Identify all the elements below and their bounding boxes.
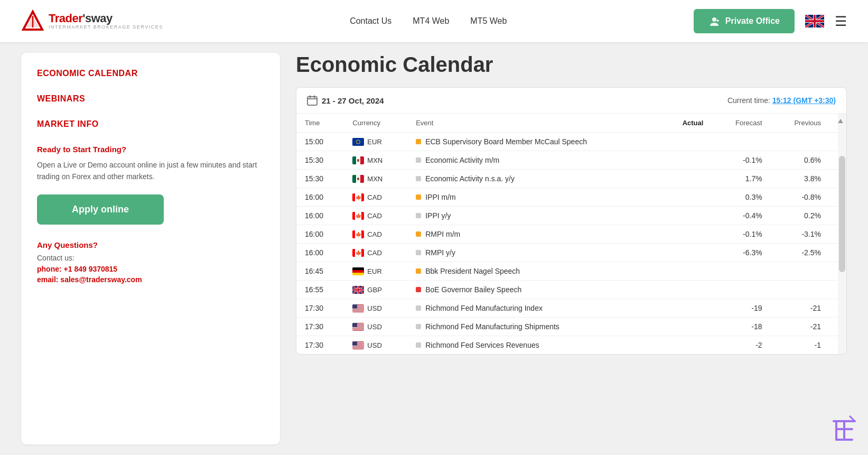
event-actual xyxy=(661,170,712,188)
event-time: 16:00 xyxy=(296,225,344,244)
current-time-label: Current time: xyxy=(727,96,770,105)
svg-rect-24 xyxy=(352,175,356,183)
event-name: Economic Activity n.s.a. y/y xyxy=(425,174,515,183)
nav-mt5-web[interactable]: MT5 Web xyxy=(470,16,507,26)
event-actual xyxy=(661,225,712,244)
event-currency: USD xyxy=(344,318,407,336)
date-range-text: 21 - 27 Oct, 2024 xyxy=(322,96,384,105)
sidebar: ECONOMIC CALENDAR WEBINARS MARKET INFO R… xyxy=(21,53,280,444)
table-row: 15:30 MXN Economic Activity n.s.a. y/y 1… xyxy=(296,170,846,188)
svg-rect-37 xyxy=(361,230,364,238)
contact-us-label: Contact us: xyxy=(37,254,264,262)
event-currency: GBP xyxy=(344,281,407,299)
svg-rect-27 xyxy=(357,178,359,180)
event-forecast: -0.1% xyxy=(712,225,770,244)
event-time: 16:55 xyxy=(296,281,344,299)
currency-flag: 🍁 xyxy=(352,230,364,238)
event-previous: -3.1% xyxy=(771,225,829,244)
currency-flag: 🍁 xyxy=(352,212,364,220)
currency-code: CAD xyxy=(367,212,381,220)
calendar-table-container: Time Currency Event Actual Forecast Prev… xyxy=(296,114,846,354)
event-time: 17:30 xyxy=(296,318,344,336)
nav-contact-us[interactable]: Contact Us xyxy=(350,16,391,26)
col-currency: Currency xyxy=(344,114,407,133)
table-row: 16:00 🍁 CAD RMPI y/y -6.3% -2.5% xyxy=(296,244,846,262)
svg-text:🍁: 🍁 xyxy=(356,231,362,238)
event-time: 16:00 xyxy=(296,207,344,225)
event-currency: 🍁 CAD xyxy=(344,225,407,244)
event-actual xyxy=(661,188,712,207)
currency-code: USD xyxy=(367,341,381,349)
date-range: 21 - 27 Oct, 2024 xyxy=(307,95,384,106)
svg-point-9 xyxy=(359,140,360,141)
event-forecast: 0.3% xyxy=(712,188,770,207)
priority-dot xyxy=(416,231,421,237)
priority-dot xyxy=(416,305,421,311)
svg-point-10 xyxy=(360,141,361,142)
event-time: 17:30 xyxy=(296,336,344,355)
hamburger-menu[interactable]: ☰ xyxy=(835,14,847,28)
event-forecast: -0.1% xyxy=(712,151,770,170)
event-forecast: -19 xyxy=(712,299,770,318)
svg-rect-20 xyxy=(352,156,356,164)
table-header-row: Time Currency Event Actual Forecast Prev… xyxy=(296,114,846,133)
scroll-arrow-up[interactable] xyxy=(838,119,843,123)
contact-phone: phone: +1 849 9370815 xyxy=(37,265,264,273)
contact-email: email: sales@tradersway.com xyxy=(37,275,264,284)
private-office-button[interactable]: Private Office xyxy=(694,9,795,33)
currency-code: CAD xyxy=(367,249,381,257)
priority-dot xyxy=(416,157,421,163)
table-row: 16:55 GBP BoE Governor Bailey Speech xyxy=(296,281,846,299)
event-previous: 0.2% xyxy=(771,207,829,225)
event-time: 15:30 xyxy=(296,170,344,188)
currency-flag xyxy=(352,267,364,275)
currency-flag xyxy=(352,341,364,349)
sidebar-item-economic-calendar[interactable]: ECONOMIC CALENDAR xyxy=(37,69,264,78)
email-address[interactable]: sales@tradersway.com xyxy=(60,275,142,284)
event-actual xyxy=(661,262,712,281)
svg-rect-70 xyxy=(352,348,364,348)
currency-code: MXN xyxy=(367,156,382,164)
table-row: 16:00 🍁 CAD IPPI m/m 0.3% -0.8% xyxy=(296,188,846,207)
language-flag[interactable] xyxy=(805,15,824,27)
sidebar-item-market-info[interactable]: MARKET INFO xyxy=(37,119,264,129)
scroll-thumb[interactable] xyxy=(839,156,845,272)
svg-rect-53 xyxy=(352,310,364,310)
ready-text: Open a Live or Demo account online in ju… xyxy=(37,159,264,183)
event-time: 16:45 xyxy=(296,262,344,281)
event-previous: -1 xyxy=(771,336,829,355)
event-currency: 🍁 CAD xyxy=(344,207,407,225)
currency-code: GBP xyxy=(367,286,381,294)
event-details: Richmond Fed Manufacturing Index xyxy=(407,299,661,317)
event-forecast: -0.4% xyxy=(712,207,770,225)
currency-flag xyxy=(352,138,364,146)
currency-code: CAD xyxy=(367,193,381,201)
event-forecast: 1.7% xyxy=(712,170,770,188)
svg-point-17 xyxy=(356,141,357,142)
currency-flag xyxy=(352,286,364,294)
nav-mt4-web[interactable]: MT4 Web xyxy=(413,16,449,26)
event-details: BoE Governor Bailey Speech xyxy=(407,281,661,299)
sidebar-item-webinars[interactable]: WEBINARS xyxy=(37,94,264,104)
email-label: email: xyxy=(37,275,58,284)
svg-rect-6 xyxy=(352,138,364,146)
logo[interactable]: Trader'sway INTERMARKET BROKERAGE SERVIC… xyxy=(21,10,163,33)
event-previous xyxy=(771,281,829,299)
svg-point-16 xyxy=(357,142,358,143)
event-currency: EUR xyxy=(344,262,407,281)
event-time: 15:00 xyxy=(296,133,344,151)
phone-number: +1 849 9370815 xyxy=(64,265,118,273)
apply-online-button[interactable]: Apply online xyxy=(37,194,164,225)
event-previous: -0.8% xyxy=(771,188,829,207)
event-currency: MXN xyxy=(344,170,407,188)
col-actual: Actual xyxy=(661,114,712,133)
event-name: IPPI y/y xyxy=(425,211,451,220)
priority-dot xyxy=(416,139,421,144)
priority-dot xyxy=(416,342,421,348)
event-currency: EUR xyxy=(344,133,407,151)
event-details: RMPI m/m xyxy=(407,225,661,243)
svg-rect-61 xyxy=(352,328,364,329)
svg-rect-41 xyxy=(361,249,364,257)
scroll-track[interactable] xyxy=(838,114,846,354)
main-content: Economic Calendar 21 - 27 Oct, 2024 Curr… xyxy=(296,53,847,444)
